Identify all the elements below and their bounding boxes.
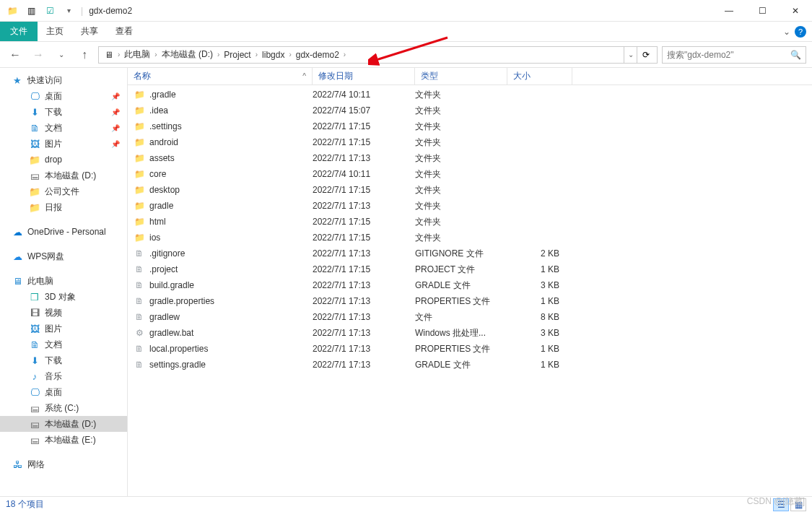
up-button[interactable]: ↑ (75, 45, 94, 64)
folder-icon: 📁 (134, 105, 145, 116)
sidebar-item-qa-4[interactable]: 📁drop (0, 152, 127, 168)
wps-icon: ☁ (12, 251, 23, 262)
file-size: 1 KB (507, 360, 572, 370)
file-type: Windows 批处理... (415, 327, 507, 339)
search-icon[interactable]: 🔍 (790, 50, 801, 60)
sidebar-item-pc-7[interactable]: 🖴系统 (C:) (0, 400, 127, 416)
sidebar-item-pc-2[interactable]: 🖼图片 (0, 321, 127, 337)
doc-icon: 🗎 (29, 122, 40, 134)
sidebar-item-pc-3[interactable]: 🗎文档 (0, 337, 127, 352)
file-date: 2022/7/4 10:11 (313, 90, 415, 100)
sidebar-item-pc-0[interactable]: ❒3D 对象 (0, 289, 127, 305)
qat-dropdown-icon[interactable]: ▾ (61, 3, 77, 19)
search-input[interactable] (667, 50, 790, 60)
folder-icon: 📁 (29, 201, 40, 213)
file-row[interactable]: 🗎.gitignore 2022/7/1 17:13 GITIGNORE 文件 … (128, 246, 812, 261)
file-date: 2022/7/1 17:15 (313, 185, 415, 195)
sidebar-wps[interactable]: ☁ WPS网盘 (0, 248, 127, 264)
breadcrumb-seg-1[interactable]: 本地磁盘 (D:) (159, 48, 216, 61)
sidebar-item-qa-6[interactable]: 📁公司文件 (0, 183, 127, 199)
file-name: desktop (149, 185, 180, 195)
file-row[interactable]: 📁desktop 2022/7/1 17:15 文件夹 (128, 182, 812, 198)
watermark: CSDN @[隐藏] (747, 495, 805, 508)
file-name: build.gradle (149, 280, 194, 290)
statusbar: 18 个项目 ☰ ▦ (0, 496, 812, 512)
sidebar-network[interactable]: 🖧 网络 (0, 456, 127, 472)
close-button[interactable]: ✕ (779, 0, 812, 22)
desktop-icon: 🖵 (29, 90, 40, 102)
file-row[interactable]: 🗎.project 2022/7/1 17:15 PROJECT 文件 1 KB (128, 261, 812, 277)
file-row[interactable]: 🗎local.properties 2022/7/1 17:13 PROPERT… (128, 341, 812, 357)
sidebar-this-pc[interactable]: 🖥 此电脑 (0, 273, 127, 289)
file-row[interactable]: 📁core 2022/7/4 10:11 文件夹 (128, 166, 812, 182)
address-bar[interactable]: 🖥 › 此电脑 › 本地磁盘 (D:) › Project › libgdx ›… (98, 46, 658, 64)
sidebar-quick-access[interactable]: ★ 快速访问 (0, 72, 127, 88)
maximize-button[interactable]: ☐ (746, 0, 779, 22)
file-name: .settings (149, 121, 182, 131)
download-icon: ⬇ (29, 355, 40, 366)
recent-dropdown-icon[interactable]: ⌄ (52, 45, 71, 64)
col-name[interactable]: 名称^ (128, 68, 313, 84)
sidebar-item-pc-6[interactable]: 🖵桌面 (0, 384, 127, 400)
sidebar-item-pc-8[interactable]: 🖴本地磁盘 (D:) (0, 416, 127, 432)
file-row[interactable]: 🗎gradlew 2022/7/1 17:13 文件 8 KB (128, 309, 812, 325)
drive-icon: 🖴 (29, 434, 40, 446)
file-row[interactable]: 📁html 2022/7/1 17:15 文件夹 (128, 214, 812, 230)
col-date[interactable]: 修改日期 (313, 68, 415, 84)
file-row[interactable]: 🗎settings.gradle 2022/7/1 17:13 GRADLE 文… (128, 357, 812, 373)
file-row[interactable]: 🗎build.gradle 2022/7/1 17:13 GRADLE 文件 3… (128, 277, 812, 293)
file-row[interactable]: 📁assets 2022/7/1 17:13 文件夹 (128, 150, 812, 166)
breadcrumb-seg-0[interactable]: 此电脑 (121, 48, 153, 61)
col-type[interactable]: 类型 (415, 68, 507, 84)
sidebar-item-qa-7[interactable]: 📁日报 (0, 199, 127, 215)
tab-file[interactable]: 文件 (0, 22, 38, 41)
file-name: .gradle (149, 90, 176, 100)
sidebar-item-qa-0[interactable]: 🖵桌面📌 (0, 88, 127, 104)
file-row[interactable]: 📁.idea 2022/7/4 15:07 文件夹 (128, 103, 812, 118)
address-history-icon[interactable]: ⌄ (624, 47, 637, 63)
col-size[interactable]: 大小 (507, 68, 572, 84)
sidebar-item-qa-2[interactable]: 🗎文档📌 (0, 120, 127, 136)
sidebar-item-pc-1[interactable]: 🎞视频 (0, 305, 127, 321)
breadcrumb-seg-3[interactable]: libgdx (259, 50, 287, 60)
qat-properties-icon[interactable]: ▥ (23, 3, 39, 19)
back-button[interactable]: ← (6, 45, 25, 64)
file-name: .idea (149, 105, 168, 116)
file-type: 文件 (415, 311, 507, 324)
file-date: 2022/7/4 10:11 (313, 169, 415, 179)
forward-button[interactable]: → (29, 45, 48, 64)
sidebar-item-qa-5[interactable]: 🖴本地磁盘 (D:) (0, 168, 127, 183)
file-row[interactable]: 📁ios 2022/7/1 17:15 文件夹 (128, 230, 812, 246)
file-name: gradle (149, 201, 173, 211)
sidebar-item-pc-5[interactable]: ♪音乐 (0, 368, 127, 384)
tab-share[interactable]: 共享 (72, 22, 107, 41)
sidebar-onedrive[interactable]: ☁ OneDrive - Personal (0, 224, 127, 240)
file-row[interactable]: 🗎gradle.properties 2022/7/1 17:13 PROPER… (128, 293, 812, 309)
file-name: ios (149, 233, 160, 243)
search-box[interactable]: 🔍 (662, 46, 806, 64)
sidebar-item-pc-4[interactable]: ⬇下载 (0, 352, 127, 368)
ribbon-expand-icon[interactable]: ⌄ (783, 27, 790, 37)
breadcrumb-seg-2[interactable]: Project (221, 50, 253, 60)
tab-home[interactable]: 主页 (38, 22, 72, 41)
file-date: 2022/7/1 17:13 (313, 296, 415, 306)
minimize-button[interactable]: — (712, 0, 746, 22)
folder-icon: 📁 (134, 216, 145, 227)
breadcrumb-pc-icon[interactable]: 🖥 (102, 50, 116, 60)
tab-view[interactable]: 查看 (107, 22, 141, 41)
file-row[interactable]: 📁.settings 2022/7/1 17:15 文件夹 (128, 118, 812, 134)
refresh-button[interactable]: ⟳ (637, 47, 654, 63)
file-row[interactable]: 📁gradle 2022/7/1 17:13 文件夹 (128, 198, 812, 214)
file-row[interactable]: ⚙gradlew.bat 2022/7/1 17:13 Windows 批处理.… (128, 325, 812, 341)
folder-icon: 📁 (134, 121, 145, 132)
sidebar-item-pc-9[interactable]: 🖴本地磁盘 (E:) (0, 432, 127, 448)
sidebar-item-qa-3[interactable]: 🖼图片📌 (0, 136, 127, 152)
file-row[interactable]: 📁android 2022/7/1 17:15 文件夹 (128, 134, 812, 150)
file-type: PROJECT 文件 (415, 264, 507, 276)
help-icon[interactable]: ? (795, 26, 806, 38)
qat-checkbox-icon[interactable]: ☑ (42, 3, 58, 19)
file-row[interactable]: 📁.gradle 2022/7/4 10:11 文件夹 (128, 87, 812, 103)
file-pane: 名称^ 修改日期 类型 大小 📁.gradle 2022/7/4 10:11 文… (128, 68, 812, 496)
sidebar-item-qa-1[interactable]: ⬇下载📌 (0, 104, 127, 120)
breadcrumb-seg-4[interactable]: gdx-demo2 (293, 50, 342, 60)
